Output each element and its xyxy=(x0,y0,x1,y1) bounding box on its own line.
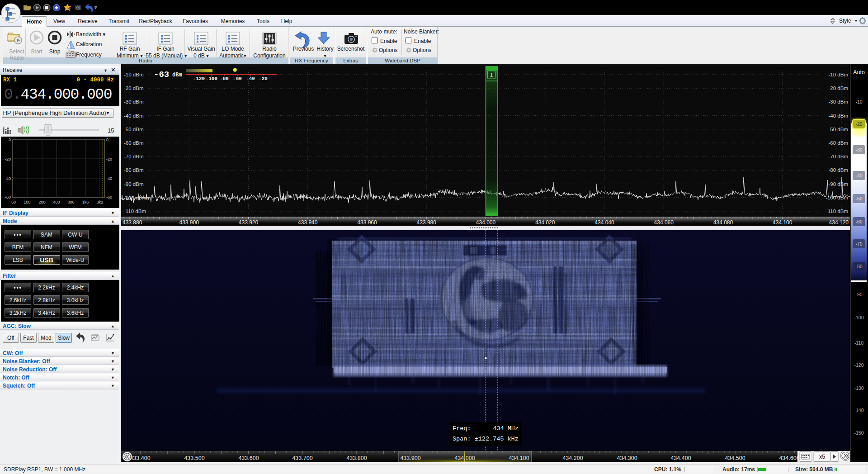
svg-text:-30 dBm: -30 dBm xyxy=(829,99,848,104)
svg-text:x5: x5 xyxy=(819,454,825,460)
svg-text:433.700: 433.700 xyxy=(292,455,312,461)
svg-text:-80: -80 xyxy=(220,76,229,81)
svg-text:-120: -120 xyxy=(854,362,863,368)
svg-text:433.900: 433.900 xyxy=(400,455,420,461)
svg-text:-40 dBm: -40 dBm xyxy=(124,113,143,118)
svg-text:-20: -20 xyxy=(106,157,112,161)
svg-text:434.200: 434.200 xyxy=(562,455,583,461)
svg-text:-120: -120 xyxy=(193,76,205,81)
svg-text:-20: -20 xyxy=(5,157,11,161)
svg-text:-90 dBm: -90 dBm xyxy=(124,181,143,187)
svg-text:434.020: 434.020 xyxy=(535,219,555,226)
svg-text:-60 dBm: -60 dBm xyxy=(829,140,848,146)
svg-text:-20 dBm: -20 dBm xyxy=(829,85,848,91)
svg-text:-10: -10 xyxy=(855,99,862,104)
svg-text:-20 dBm: -20 dBm xyxy=(124,85,143,91)
svg-text:433.500: 433.500 xyxy=(184,455,204,461)
svg-text:-100: -100 xyxy=(206,76,217,81)
svg-text:434.120: 434.120 xyxy=(829,219,849,226)
svg-text:-90 dBm: -90 dBm xyxy=(829,181,848,187)
svg-text:-60: -60 xyxy=(855,219,862,224)
svg-text:434.500: 434.500 xyxy=(725,455,745,461)
svg-text:-50 dBm: -50 dBm xyxy=(829,127,848,132)
svg-text:-150: -150 xyxy=(854,430,863,436)
svg-text:-60 dBm: -60 dBm xyxy=(124,140,143,146)
svg-text:433.800: 433.800 xyxy=(346,455,367,461)
svg-text:Style: Style xyxy=(839,18,851,24)
svg-text:-80 dBm: -80 dBm xyxy=(124,167,143,173)
svg-text:0: 0 xyxy=(9,137,11,142)
svg-text:200: 200 xyxy=(38,200,45,204)
svg-text:1k6: 1k6 xyxy=(82,200,89,204)
svg-text:-140: -140 xyxy=(854,408,863,413)
svg-text:-110 dBm: -110 dBm xyxy=(124,209,146,214)
svg-text:0: 0 xyxy=(106,137,108,142)
svg-text:-30 dBm: -30 dBm xyxy=(124,99,143,104)
svg-text:-10 dBm: -10 dBm xyxy=(829,72,848,77)
svg-text:434.040: 434.040 xyxy=(594,219,614,226)
svg-text:-40: -40 xyxy=(855,173,862,178)
svg-text:100: 100 xyxy=(24,200,30,204)
svg-text:433.940: 433.940 xyxy=(298,219,318,226)
svg-text:Span: ±122.745 kHz: Span: ±122.745 kHz xyxy=(453,436,519,442)
svg-text:-60: -60 xyxy=(233,76,242,81)
svg-text:-40: -40 xyxy=(106,176,112,181)
svg-text:800: 800 xyxy=(67,200,74,204)
svg-text:433.960: 433.960 xyxy=(357,219,377,226)
svg-text:434.400: 434.400 xyxy=(670,455,691,461)
svg-text:434.300: 434.300 xyxy=(617,455,637,461)
svg-text:-80: -80 xyxy=(855,264,862,269)
svg-text:50: 50 xyxy=(11,200,16,204)
svg-text:-60: -60 xyxy=(5,195,11,199)
svg-text:434.000: 434.000 xyxy=(476,219,496,226)
svg-text:433.400: 433.400 xyxy=(130,455,150,461)
svg-text:-100 dBm: -100 dBm xyxy=(826,195,848,200)
svg-text:-110: -110 xyxy=(854,340,863,346)
svg-text:433.600: 433.600 xyxy=(238,455,259,461)
svg-text:-60: -60 xyxy=(106,195,112,199)
svg-text:433.980: 433.980 xyxy=(417,219,437,226)
svg-text:433.920: 433.920 xyxy=(239,219,259,226)
svg-text:-40: -40 xyxy=(5,176,11,181)
svg-text:-100: -100 xyxy=(854,315,863,320)
svg-text:400: 400 xyxy=(53,200,60,204)
svg-text:Freq:: Freq: xyxy=(453,425,471,432)
svg-text:-40: -40 xyxy=(246,76,255,81)
svg-text:-110 dBm: -110 dBm xyxy=(826,209,848,214)
svg-text:-70 dBm: -70 dBm xyxy=(829,154,848,159)
svg-text:3k2: 3k2 xyxy=(97,200,104,204)
svg-text:-70 dBm: -70 dBm xyxy=(124,154,143,159)
svg-text:433.900: 433.900 xyxy=(179,219,199,226)
svg-text:-20: -20 xyxy=(259,76,268,81)
svg-text:-63: -63 xyxy=(154,70,169,80)
svg-text:15: 15 xyxy=(108,127,114,134)
svg-text:434 MHz: 434 MHz xyxy=(493,425,519,432)
svg-text:Auto: Auto xyxy=(853,69,865,76)
svg-text:-40 dBm: -40 dBm xyxy=(829,113,848,118)
svg-text:434.000: 434.000 xyxy=(454,455,475,461)
svg-text:434.080: 434.080 xyxy=(713,219,733,226)
svg-text:434.100: 434.100 xyxy=(773,219,793,226)
svg-text:-70: -70 xyxy=(855,241,862,246)
svg-text:dBm: dBm xyxy=(172,72,182,78)
svg-text:1: 1 xyxy=(490,72,493,78)
svg-text:-10 dBm: -10 dBm xyxy=(124,72,143,77)
svg-text:434.600: 434.600 xyxy=(779,455,799,461)
svg-text:-80 dBm: -80 dBm xyxy=(829,167,848,173)
svg-text:433.880: 433.880 xyxy=(123,219,142,226)
svg-text:434.060: 434.060 xyxy=(654,219,674,226)
svg-text:-30: -30 xyxy=(855,147,862,152)
svg-text:434.100: 434.100 xyxy=(509,455,529,461)
svg-text:-90: -90 xyxy=(855,292,862,297)
svg-text:-50 dBm: -50 dBm xyxy=(124,127,143,132)
svg-text:-20: -20 xyxy=(855,121,862,127)
svg-text:-50: -50 xyxy=(855,196,862,201)
svg-text:-130: -130 xyxy=(854,385,863,391)
